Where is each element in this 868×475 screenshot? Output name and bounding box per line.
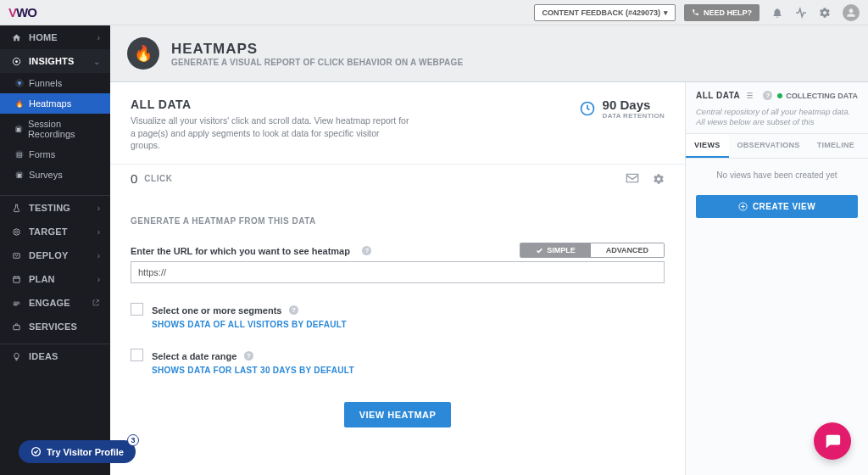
- sidebar-item-surveys[interactable]: ▣ Surveys: [0, 165, 110, 185]
- sidebar-item-label: Surveys: [29, 170, 63, 180]
- mode-simple-button[interactable]: SIMPLE: [520, 243, 591, 257]
- segments-hint: SHOWS DATA OF ALL VISITORS BY DEFAULT: [152, 320, 347, 329]
- help-tooltip-icon[interactable]: ?: [763, 91, 772, 100]
- date-range-label: Select a date range: [152, 351, 236, 361]
- mail-icon[interactable]: [626, 173, 639, 185]
- sidebar-item-label: Heatmaps: [29, 98, 71, 109]
- all-data-title: ALL DATA: [131, 98, 410, 111]
- try-visitor-profile-button[interactable]: Try Visitor Profile 3: [19, 440, 136, 463]
- engage-icon: [10, 299, 22, 308]
- segments-checkbox[interactable]: [131, 303, 143, 316]
- settings-cog-icon[interactable]: [653, 173, 665, 185]
- nav-insights-label: INSIGHTS: [29, 56, 93, 66]
- nav-home[interactable]: HOME ›: [0, 25, 110, 49]
- list-icon[interactable]: [745, 91, 754, 100]
- date-range-checkbox[interactable]: [131, 349, 143, 361]
- chevron-down-icon: ⌄: [93, 57, 100, 66]
- form-icon: ▤: [15, 150, 24, 159]
- tab-timeline[interactable]: TIMELINE: [809, 134, 863, 158]
- heatmap-url-input[interactable]: [131, 261, 665, 283]
- feedback-label: CONTENT FEEDBACK (#429073): [542, 8, 660, 17]
- no-views-message: No views have been created yet: [696, 170, 858, 180]
- sidebar: HOME › INSIGHTS ⌄ ▼ Funnels 🔥 Heatmaps ▣…: [0, 25, 110, 475]
- need-help-button[interactable]: NEED HELP?: [684, 4, 760, 21]
- all-data-description: Visualize all your visitors' click and s…: [131, 115, 410, 152]
- nav-label: ENGAGE: [29, 298, 92, 308]
- status-dot-icon: [777, 93, 782, 98]
- nav-label: DEPLOY: [29, 250, 97, 260]
- create-view-button[interactable]: CREATE VIEW: [696, 195, 858, 218]
- survey-icon: ▣: [15, 170, 24, 179]
- svg-point-3: [15, 231, 18, 233]
- form-section-label: GENERATE A HEATMAP FROM THIS DATA: [131, 216, 665, 226]
- tab-observations[interactable]: OBSERVATIONS: [729, 134, 809, 158]
- target-icon: [10, 227, 22, 237]
- retention-days: 90 Days: [603, 98, 665, 112]
- chevron-right-icon: ›: [97, 227, 100, 237]
- help-tooltip-icon[interactable]: ?: [244, 351, 253, 360]
- chat-icon: [823, 432, 842, 450]
- view-heatmap-button[interactable]: VIEW HEATMAP: [344, 402, 452, 428]
- sidebar-item-forms[interactable]: ▤ Forms: [0, 144, 110, 165]
- activity-icon[interactable]: [795, 7, 807, 19]
- insights-icon: [10, 57, 22, 66]
- calendar-icon: [10, 275, 22, 284]
- phone-icon: [692, 8, 699, 16]
- status-label: COLLECTING DATA: [786, 92, 858, 100]
- sidebar-item-session-recordings[interactable]: ▣ Session Recordings: [0, 114, 110, 144]
- help-tooltip-icon[interactable]: ?: [289, 305, 298, 315]
- date-range-hint: SHOWS DATA FOR LAST 30 DAYS BY DEFAULT: [152, 366, 354, 375]
- nav-services[interactable]: SERVICES: [0, 315, 110, 338]
- nav-label: TESTING: [29, 203, 97, 213]
- video-icon: ▣: [15, 125, 23, 133]
- nav-plan[interactable]: PLAN ›: [0, 267, 110, 291]
- rp-desc: Central repository of all your heatmap d…: [696, 107, 858, 128]
- clock-icon: [579, 100, 596, 117]
- page-title: HEATMAPS: [171, 41, 463, 58]
- svg-point-1: [15, 60, 18, 63]
- nav-engage[interactable]: ENGAGE: [0, 291, 110, 315]
- help-tooltip-icon[interactable]: ?: [362, 246, 371, 255]
- page-subtitle: GENERATE A VISUAL REPORT OF CLICK BEHAVI…: [171, 58, 463, 67]
- nav-testing[interactable]: TESTING ›: [0, 196, 110, 220]
- home-icon: [10, 33, 22, 42]
- nav-label: PLAN: [29, 274, 97, 284]
- plus-circle-icon: [738, 202, 748, 211]
- gear-icon[interactable]: [819, 7, 831, 19]
- mode-advanced-label: ADVANCED: [606, 246, 648, 254]
- fire-icon: 🔥: [15, 99, 24, 108]
- sidebar-item-funnels[interactable]: ▼ Funnels: [0, 73, 110, 93]
- bell-icon[interactable]: [771, 7, 783, 19]
- url-mode-toggle: SIMPLE ADVANCED: [520, 243, 665, 258]
- chevron-right-icon: ›: [97, 204, 100, 213]
- nav-label: SERVICES: [29, 321, 100, 332]
- sidebar-item-label: Funnels: [29, 78, 62, 88]
- sidebar-item-heatmaps[interactable]: 🔥 Heatmaps: [0, 93, 110, 114]
- sidebar-item-label: Session Recordings: [28, 119, 102, 139]
- svg-point-2: [13, 228, 19, 234]
- content-feedback-button[interactable]: CONTENT FEEDBACK (#429073) ▾: [534, 4, 676, 21]
- visitor-pill-badge: 3: [127, 434, 139, 446]
- vwo-logo[interactable]: VWO: [8, 5, 36, 20]
- deploy-icon: [10, 251, 22, 260]
- check-icon: [536, 247, 543, 254]
- chevron-right-icon: ›: [97, 275, 100, 284]
- nav-insights[interactable]: INSIGHTS ⌄: [0, 49, 110, 73]
- nav-target[interactable]: TARGET ›: [0, 220, 110, 243]
- url-field-label: Enter the URL for which you want to see …: [131, 246, 350, 256]
- click-count: 0: [131, 171, 137, 186]
- chevron-right-icon: ›: [97, 251, 100, 260]
- nav-ideas[interactable]: IDEAS: [0, 344, 110, 368]
- avatar-icon[interactable]: [843, 4, 860, 21]
- svg-rect-5: [13, 277, 19, 282]
- heatmap-page-icon: 🔥: [127, 37, 159, 70]
- collecting-status: COLLECTING DATA: [777, 92, 858, 100]
- click-label: CLICK: [144, 174, 172, 183]
- tab-views[interactable]: VIEWS: [686, 134, 729, 158]
- mode-simple-label: SIMPLE: [547, 246, 576, 254]
- chat-fab-button[interactable]: [814, 422, 851, 460]
- nav-label: TARGET: [29, 226, 97, 237]
- page-header: 🔥 HEATMAPS GENERATE A VISUAL REPORT OF C…: [110, 25, 868, 81]
- mode-advanced-button[interactable]: ADVANCED: [591, 243, 664, 257]
- nav-deploy[interactable]: DEPLOY ›: [0, 243, 110, 267]
